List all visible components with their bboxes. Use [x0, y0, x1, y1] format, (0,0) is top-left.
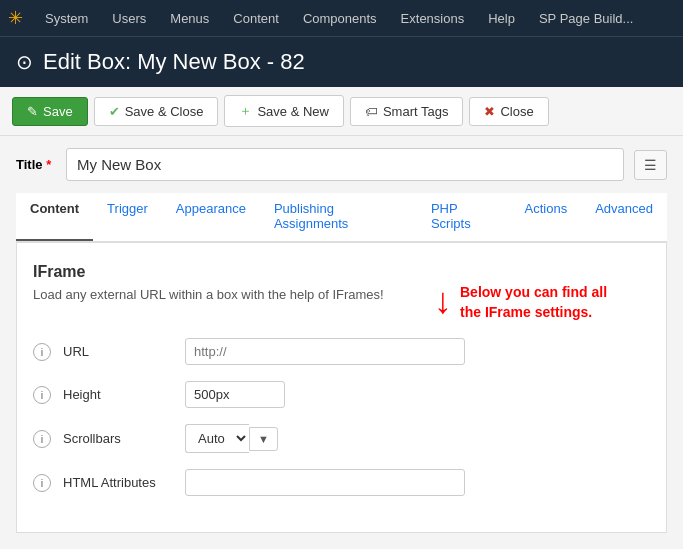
- annotation: ↓ Below you can find all the IFrame sett…: [434, 283, 630, 322]
- title-input[interactable]: [66, 148, 624, 181]
- scrollbars-dropdown-button[interactable]: ▼: [249, 427, 278, 451]
- scrollbars-info-icon[interactable]: i: [33, 430, 51, 448]
- height-field-row: i Height: [33, 381, 650, 408]
- url-input[interactable]: [185, 338, 465, 365]
- close-button[interactable]: ✖ Close: [469, 97, 548, 126]
- title-icon-button[interactable]: ☰: [634, 150, 667, 180]
- nav-extensions[interactable]: Extensions: [391, 0, 475, 36]
- tag-icon: 🏷: [365, 104, 378, 119]
- edit-icon: ⊙: [16, 50, 33, 74]
- close-label: Close: [500, 104, 533, 119]
- scrollbars-select[interactable]: Auto Yes No: [185, 424, 249, 453]
- save-icon: ✎: [27, 104, 38, 119]
- section-title: IFrame: [33, 263, 384, 281]
- save-close-label: Save & Close: [125, 104, 204, 119]
- smart-tags-button[interactable]: 🏷 Smart Tags: [350, 97, 464, 126]
- content-area: Title * ☰ Content Trigger Appearance Pub…: [0, 136, 683, 545]
- page-header: ⊙ Edit Box: My New Box - 82: [0, 36, 683, 87]
- tab-actions[interactable]: Actions: [511, 193, 582, 241]
- nav-components[interactable]: Components: [293, 0, 387, 36]
- top-navigation: ✳ System Users Menus Content Components …: [0, 0, 683, 36]
- page-title: Edit Box: My New Box - 82: [43, 49, 305, 75]
- save-close-button[interactable]: ✔ Save & Close: [94, 97, 219, 126]
- nav-users[interactable]: Users: [102, 0, 156, 36]
- tab-php[interactable]: PHP Scripts: [417, 193, 511, 241]
- tab-bar: Content Trigger Appearance Publishing As…: [16, 193, 667, 242]
- html-attr-field-row: i HTML Attributes: [33, 469, 650, 496]
- url-info-icon[interactable]: i: [33, 343, 51, 361]
- html-attr-input[interactable]: [185, 469, 465, 496]
- tab-content[interactable]: Content: [16, 193, 93, 241]
- tab-appearance[interactable]: Appearance: [162, 193, 260, 241]
- save-label: Save: [43, 104, 73, 119]
- save-button[interactable]: ✎ Save: [12, 97, 88, 126]
- save-new-label: Save & New: [257, 104, 329, 119]
- nav-menus[interactable]: Menus: [160, 0, 219, 36]
- scrollbars-select-wrapper: Auto Yes No ▼: [185, 424, 278, 453]
- scrollbars-label: Scrollbars: [63, 431, 173, 446]
- html-attr-label: HTML Attributes: [63, 475, 173, 490]
- smart-tags-label: Smart Tags: [383, 104, 449, 119]
- annotation-text: Below you can find all the IFrame settin…: [460, 283, 630, 322]
- toolbar: ✎ Save ✔ Save & Close ＋ Save & New 🏷 Sma…: [0, 87, 683, 136]
- annotation-arrow: ↓: [434, 283, 452, 319]
- nav-sp-page-builder[interactable]: SP Page Build...: [529, 0, 643, 36]
- title-label: Title *: [16, 157, 56, 172]
- required-indicator: *: [46, 157, 51, 172]
- tab-advanced[interactable]: Advanced: [581, 193, 667, 241]
- nav-content[interactable]: Content: [223, 0, 289, 36]
- height-info-icon[interactable]: i: [33, 386, 51, 404]
- section-header: IFrame Load any external URL within a bo…: [33, 263, 650, 322]
- nav-help[interactable]: Help: [478, 0, 525, 36]
- title-field-row: Title * ☰: [16, 148, 667, 181]
- plus-icon: ＋: [239, 102, 252, 120]
- nav-system[interactable]: System: [35, 0, 98, 36]
- url-label: URL: [63, 344, 173, 359]
- url-field-row: i URL: [33, 338, 650, 365]
- check-icon: ✔: [109, 104, 120, 119]
- height-input[interactable]: [185, 381, 285, 408]
- save-new-button[interactable]: ＋ Save & New: [224, 95, 344, 127]
- tab-trigger[interactable]: Trigger: [93, 193, 162, 241]
- scrollbars-field-row: i Scrollbars Auto Yes No ▼: [33, 424, 650, 453]
- height-label: Height: [63, 387, 173, 402]
- content-panel: IFrame Load any external URL within a bo…: [16, 242, 667, 533]
- tab-publishing[interactable]: Publishing Assignments: [260, 193, 417, 241]
- close-icon: ✖: [484, 104, 495, 119]
- section-description: Load any external URL within a box with …: [33, 287, 384, 302]
- joomla-logo: ✳: [8, 7, 23, 29]
- html-attr-info-icon[interactable]: i: [33, 474, 51, 492]
